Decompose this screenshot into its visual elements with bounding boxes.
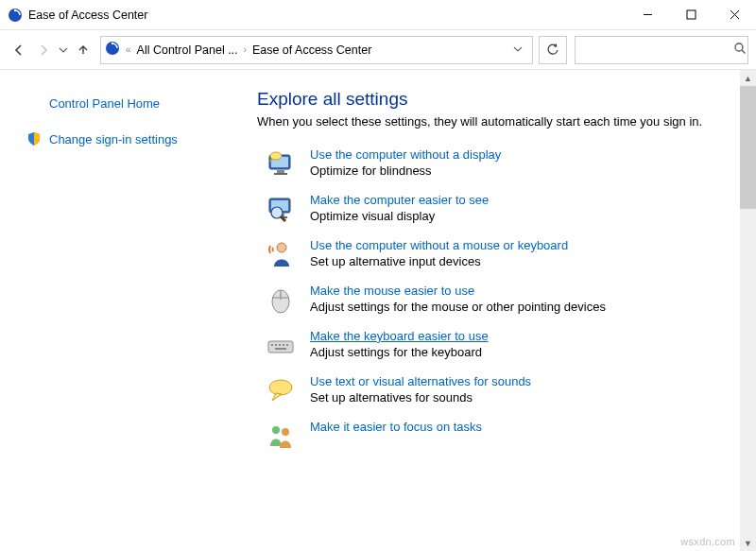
svg-point-7 [112, 43, 113, 44]
sidebar-item-label: Change sign-in settings [49, 132, 178, 146]
option-link[interactable]: Make it easier to focus on tasks [310, 420, 482, 434]
up-button[interactable] [72, 39, 94, 61]
option-link[interactable]: Use the computer without a mouse or keyb… [310, 238, 568, 252]
option-desc: Optimize visual display [310, 209, 489, 223]
vertical-scrollbar[interactable]: ▲ ▼ [740, 70, 756, 551]
sidebar-item-label: Control Panel Home [49, 96, 160, 111]
person-speaking-icon [265, 238, 297, 270]
titlebar: Ease of Access Center [0, 0, 756, 30]
option-focus-tasks: Make it easier to focus on tasks [257, 420, 735, 452]
address-bar[interactable]: « All Control Panel ... › Ease of Access… [100, 36, 533, 64]
option-keyboard-easier: Make the keyboard easier to use Adjust s… [257, 329, 735, 361]
window-title: Ease of Access Center [28, 9, 147, 22]
svg-rect-26 [268, 341, 293, 353]
option-desc: Set up alternatives for sounds [310, 390, 531, 405]
search-icon[interactable] [733, 42, 747, 58]
sidebar-link-change-signin[interactable]: Change sign-in settings [26, 131, 227, 146]
back-button[interactable] [8, 39, 30, 61]
option-desc: Adjust settings for the mouse or other p… [310, 300, 606, 314]
option-link[interactable]: Make the keyboard easier to use [310, 329, 489, 343]
svg-line-9 [742, 50, 746, 54]
svg-point-8 [735, 43, 743, 51]
minimize-button[interactable] [626, 0, 669, 30]
scroll-up-icon[interactable]: ▲ [740, 70, 756, 86]
svg-point-35 [282, 428, 289, 436]
body: Control Panel Home Change sign-in settin… [0, 70, 756, 551]
search-box[interactable] [575, 36, 748, 64]
maximize-button[interactable] [669, 0, 713, 30]
forward-button[interactable] [32, 39, 55, 61]
mouse-icon [265, 284, 297, 316]
scroll-down-icon[interactable]: ▼ [740, 535, 756, 551]
svg-point-1 [14, 9, 16, 10]
option-link[interactable]: Use the computer without a display [310, 147, 501, 162]
chevron-right-icon: › [242, 44, 249, 55]
svg-rect-28 [275, 344, 277, 346]
option-link[interactable]: Make the mouse easier to use [310, 284, 474, 298]
svg-point-33 [269, 380, 292, 395]
option-no-mouse-keyboard: Use the computer without a mouse or keyb… [257, 238, 735, 270]
svg-point-21 [277, 243, 286, 252]
svg-point-34 [272, 426, 280, 434]
search-input[interactable] [581, 43, 733, 58]
option-easier-see: Make the computer easier to see Optimize… [257, 193, 735, 225]
monitor-icon [265, 147, 297, 180]
nav-toolbar: « All Control Panel ... › Ease of Access… [0, 30, 756, 70]
option-mouse-easier: Make the mouse easier to use Adjust sett… [257, 284, 735, 316]
svg-rect-12 [277, 170, 284, 173]
svg-rect-27 [271, 344, 273, 346]
svg-rect-30 [283, 344, 284, 346]
keyboard-icon [265, 329, 297, 361]
watermark-text: wsxdn.com [680, 536, 735, 547]
svg-rect-3 [687, 10, 696, 19]
sidebar: Control Panel Home Change sign-in settin… [0, 70, 236, 551]
svg-rect-29 [279, 344, 281, 346]
app-icon [105, 41, 120, 59]
breadcrumb-sep: « [124, 44, 133, 55]
option-no-display: Use the computer without a display Optim… [257, 147, 735, 180]
magnifier-monitor-icon [265, 193, 297, 225]
svg-rect-13 [274, 173, 287, 175]
page-heading: Explore all settings [257, 89, 735, 110]
content-pane: Explore all settings When you select the… [236, 70, 756, 551]
scroll-thumb[interactable] [740, 86, 756, 209]
option-desc: Optimize for blindness [310, 164, 501, 178]
close-button[interactable] [713, 0, 756, 30]
app-icon [8, 8, 23, 23]
breadcrumb-item[interactable]: All Control Panel ... [137, 43, 238, 57]
page-subhead: When you select these settings, they wil… [257, 113, 711, 130]
svg-point-25 [280, 292, 282, 298]
option-link[interactable]: Use text or visual alternatives for soun… [310, 374, 531, 388]
svg-point-14 [270, 152, 282, 160]
option-link[interactable]: Make the computer easier to see [310, 193, 489, 207]
breadcrumb-item[interactable]: Ease of Access Center [252, 43, 371, 57]
address-dropdown[interactable] [504, 44, 528, 56]
option-sound-alternatives: Use text or visual alternatives for soun… [257, 374, 735, 406]
people-icon [265, 420, 297, 452]
svg-rect-32 [275, 348, 286, 350]
speech-bubble-icon [265, 374, 297, 406]
option-desc: Set up alternative input devices [310, 254, 568, 268]
svg-rect-31 [286, 344, 288, 346]
shield-icon [26, 131, 42, 146]
recent-dropdown[interactable] [57, 39, 70, 61]
refresh-button[interactable] [539, 36, 567, 64]
sidebar-link-home[interactable]: Control Panel Home [26, 96, 227, 111]
option-desc: Adjust settings for the keyboard [310, 345, 489, 359]
